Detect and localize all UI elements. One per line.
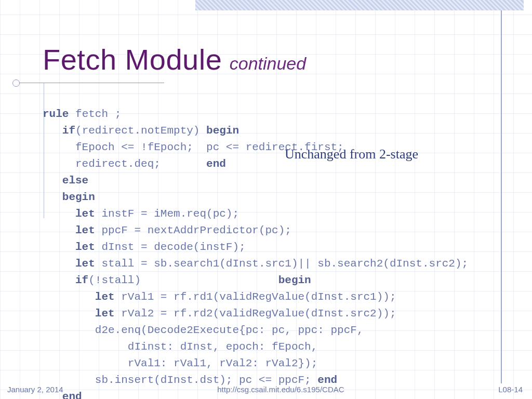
code-line: let rVal2 = rf.rd2(validRegValue(dInst.s… xyxy=(43,308,396,320)
footer-date: January 2, 2014 xyxy=(7,385,63,394)
code-line: redirect.deq; end xyxy=(43,158,226,170)
top-pattern-bar xyxy=(195,0,524,10)
code-line: begin xyxy=(43,191,95,203)
annotation-text: Unchanged from 2-stage xyxy=(285,147,418,162)
footer-page: L08-14 xyxy=(498,385,523,394)
title-main: Fetch Module xyxy=(43,43,222,76)
title-sub: continued xyxy=(230,54,306,73)
code-line: rVal1: rVal1, rVal2: rVal2}); xyxy=(43,357,317,369)
right-accent-line xyxy=(501,10,502,383)
slide-title: Fetch Module continued xyxy=(43,43,306,76)
code-line: d2e.enq(Decode2Execute{pc: pc, ppc: ppcF… xyxy=(43,324,364,336)
footer-url: http://csg.csail.mit.edu/6.s195/CDAC xyxy=(217,385,344,394)
code-line: if(!stall) begin xyxy=(43,274,311,286)
code-line: if(redirect.notEmpty) begin xyxy=(43,125,239,137)
code-line: let ppcF = nextAddrPredictor(pc); xyxy=(43,224,291,236)
code-block: rule fetch ; if(redirect.notEmpty) begin… xyxy=(43,89,468,399)
code-line: dIinst: dInst, epoch: fEpoch, xyxy=(43,341,317,353)
code-line: sb.insert(dInst.dst); pc <= ppcF; end xyxy=(43,374,337,386)
code-line: let instF = iMem.req(pc); xyxy=(43,208,239,220)
code-line: let rVal1 = rf.rd1(validRegValue(dInst.s… xyxy=(43,291,396,303)
footer: January 2, 2014 http://csg.csail.mit.edu… xyxy=(0,385,532,394)
code-line: let stall = sb.search1(dInst.src1)|| sb.… xyxy=(43,258,468,270)
title-separator xyxy=(15,83,164,83)
code-line: else xyxy=(43,175,88,187)
code-line: let dInst = decode(instF); xyxy=(43,241,246,253)
code-line: rule fetch ; xyxy=(43,108,121,120)
